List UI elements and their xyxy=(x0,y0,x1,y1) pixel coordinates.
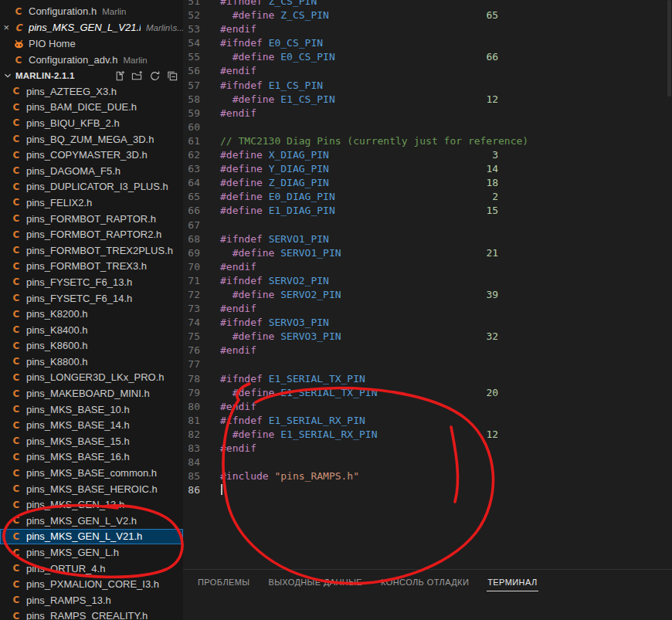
code-line[interactable]: 54#ifndef E0_CS_PIN xyxy=(183,36,528,50)
section-header-marlin[interactable]: MARLIN-2.1.1 xyxy=(0,68,183,83)
file-tree-item[interactable]: Cpins_MKS_GEN_L_V2.h xyxy=(0,513,183,529)
file-tree-item[interactable]: Cpins_MKS_BASE_14.h xyxy=(0,417,183,433)
panel-tab-output[interactable]: ВЫХОДНЫЕ ДАННЫЕ xyxy=(259,570,372,595)
file-tree-item[interactable]: Cpins_RAMPS_13.h xyxy=(0,592,183,608)
new-file-icon[interactable] xyxy=(113,69,125,82)
file-tree-item[interactable]: Cpins_DAGOMA_F5.h xyxy=(0,163,183,179)
code-line[interactable]: 51#ifndef Z_CS_PIN xyxy=(183,0,528,8)
file-tree-item[interactable]: Cpins_MKS_GEN_L.h xyxy=(0,544,183,561)
code-line[interactable]: 60 xyxy=(183,120,528,134)
code-line[interactable]: 73#endif xyxy=(183,302,528,316)
file-tree-item[interactable]: Cpins_LONGER3D_LKx_PRO.h xyxy=(0,370,183,386)
code-line[interactable]: 84 xyxy=(183,456,528,469)
open-editor-item[interactable]: ×Cpins_MKS_GEN_L_V21.hMarlin\s... xyxy=(0,19,183,36)
file-tree-item[interactable]: Cpins_MKS_BASE_15.h xyxy=(0,433,183,449)
open-editor-item[interactable]: CConfiguration.hMarlin xyxy=(0,3,183,19)
code-line[interactable]: 55 #define E0_CS_PIN 66 xyxy=(183,50,528,64)
file-tree-item[interactable]: Cpins_DUPLICATOR_I3_PLUS.h xyxy=(0,179,183,195)
file-tree-item[interactable]: Cpins_BQ_ZUM_MEGA_3D.h xyxy=(0,131,183,147)
code-line[interactable]: 78#ifndef E1_SERIAL_TX_PIN xyxy=(183,372,528,386)
file-tree-item[interactable]: Cpins_FORMBOT_RAPTOR.h xyxy=(0,211,183,227)
open-editor-item[interactable]: CConfiguration_adv.hMarlin xyxy=(0,52,183,68)
code-line[interactable]: 76#endif xyxy=(183,344,528,357)
file-name: pins_RAMPS_13.h xyxy=(26,595,111,606)
file-tree-item[interactable]: Cpins_PXMALION_CORE_I3.h xyxy=(0,576,183,592)
code-line[interactable]: 57#ifndef E1_CS_PIN xyxy=(183,79,528,93)
panel-tab-terminal[interactable]: ТЕРМИНАЛ xyxy=(478,570,546,595)
code-line[interactable]: 52 #define Z_CS_PIN 65 xyxy=(183,8,528,22)
panel-tab-problems[interactable]: ПРОБЛЕМЫ xyxy=(188,570,259,595)
c-file-icon: C xyxy=(10,245,22,256)
c-file-icon: C xyxy=(12,22,25,33)
file-tree-item[interactable]: Cpins_COPYMASTER_3D.h xyxy=(0,147,183,163)
file-tree-item[interactable]: Cpins_MKS_GEN_13.h xyxy=(0,496,183,513)
line-number: 71 xyxy=(183,274,200,288)
code-line[interactable]: 59#endif xyxy=(183,107,528,120)
open-editor-name: Configuration_adv.h xyxy=(29,54,117,66)
file-tree-item[interactable]: Cpins_FYSETC_F6_13.h xyxy=(0,274,183,290)
code-line[interactable]: 71#ifndef SERVO2_PIN xyxy=(183,274,528,288)
scrollbar-thumb[interactable] xyxy=(667,0,671,97)
collapse-all-icon[interactable] xyxy=(166,69,178,82)
file-tree-item[interactable]: Cpins_AZTEEG_X3.h xyxy=(0,83,183,100)
file-tree-item[interactable]: Cpins_BAM_DICE_DUE.h xyxy=(0,100,183,116)
code-line[interactable]: 86 xyxy=(183,483,528,497)
c-file-icon: C xyxy=(10,150,22,161)
file-tree-item[interactable]: Cpins_ORTUR_4.h xyxy=(0,561,183,577)
file-tree-item[interactable]: Cpins_BIQU_KFB_2.h xyxy=(0,115,183,131)
code-line[interactable]: 62#define X_DIAG_PIN 3 xyxy=(183,148,528,162)
code-editor[interactable]: 51#ifndef Z_CS_PIN52 #define Z_CS_PIN 65… xyxy=(183,0,672,569)
file-tree-item[interactable]: Cpins_FORMBOT_TREX2PLUS.h xyxy=(0,242,183,259)
code-line[interactable]: 80#endif xyxy=(183,400,528,414)
file-tree-item[interactable]: Cpins_RAMPS_CREALITY.h xyxy=(0,608,183,620)
code-line[interactable]: 69 #define SERVO1_PIN 21 xyxy=(183,246,528,260)
code-line[interactable]: 81#ifndef E1_SERIAL_RX_PIN xyxy=(183,414,528,428)
code-line[interactable]: 56#endif xyxy=(183,64,528,78)
code-line[interactable]: 63#define Y_DIAG_PIN 14 xyxy=(183,162,528,176)
open-editor-item[interactable]: PIO Home xyxy=(0,36,183,52)
code-line[interactable]: 66#define E1_DIAG_PIN 15 xyxy=(183,204,528,218)
code-line[interactable]: 74#ifndef SERVO3_PIN xyxy=(183,316,528,330)
code-line[interactable]: 77 xyxy=(183,357,528,371)
code-line[interactable]: 65#define E0_DIAG_PIN 2 xyxy=(183,190,528,204)
file-name: pins_FORMBOT_TREX2PLUS.h xyxy=(26,245,173,256)
file-tree-item[interactable]: Cpins_MKS_GEN_L_V21.h xyxy=(0,529,183,545)
new-folder-icon[interactable] xyxy=(131,69,143,82)
file-tree-item[interactable]: Cpins_FELIX2.h xyxy=(0,195,183,211)
panel-tab-debug-console[interactable]: КОНСОЛЬ ОТЛАДКИ xyxy=(372,570,478,595)
code-line[interactable]: 83#endif xyxy=(183,442,528,456)
terminal-content[interactable] xyxy=(183,595,672,620)
code-line[interactable]: 58 #define E1_CS_PIN 12 xyxy=(183,93,528,107)
file-tree-item[interactable]: Cpins_K8400.h xyxy=(0,322,183,338)
code-line[interactable]: 70#endif xyxy=(183,260,528,274)
close-icon[interactable]: × xyxy=(0,22,12,32)
line-text: #endif xyxy=(200,302,256,316)
code-line[interactable]: 53#endif xyxy=(183,22,528,36)
file-tree-item[interactable]: Cpins_MKS_BASE_16.h xyxy=(0,449,183,466)
code-line[interactable]: 68#ifndef SERVO1_PIN xyxy=(183,232,528,246)
file-tree-item[interactable]: Cpins_K8600.h xyxy=(0,338,183,354)
line-text: #endif xyxy=(200,260,256,274)
code-line[interactable]: 67 xyxy=(183,219,528,232)
refresh-icon[interactable] xyxy=(148,69,161,82)
file-tree-item[interactable]: Cpins_MKS_BASE_HEROIC.h xyxy=(0,481,183,497)
file-tree-item[interactable]: Cpins_FORMBOT_RAPTOR2.h xyxy=(0,226,183,242)
line-text: #ifndef E1_CS_PIN xyxy=(200,79,323,93)
file-tree-item[interactable]: Cpins_MKS_BASE_common.h xyxy=(0,465,183,481)
code-line[interactable]: 75 #define SERVO3_PIN 32 xyxy=(183,330,528,344)
file-tree-item[interactable]: Cpins_MKS_BASE_10.h xyxy=(0,401,183,418)
code-line[interactable]: 82 #define E1_SERIAL_RX_PIN 12 xyxy=(183,428,528,442)
line-text: #define SERVO3_PIN 32 xyxy=(200,330,498,344)
c-file-icon: C xyxy=(10,435,22,446)
file-tree-item[interactable]: Cpins_FORMBOT_TREX3.h xyxy=(0,259,183,275)
file-tree-item[interactable]: Cpins_MAKEBOARD_MINI.h xyxy=(0,385,183,401)
file-tree-item[interactable]: Cpins_K8200.h xyxy=(0,306,183,322)
file-tree-item[interactable]: Cpins_FYSETC_F6_14.h xyxy=(0,290,183,307)
code-line[interactable]: 61// TMC2130 Diag Pins (currently just f… xyxy=(183,134,528,148)
code-line[interactable]: 64#define Z_DIAG_PIN 18 xyxy=(183,176,528,190)
line-text: #define E0_CS_PIN 66 xyxy=(200,50,498,64)
code-line[interactable]: 85#include "pins_RAMPS.h" xyxy=(183,469,528,483)
file-tree-item[interactable]: Cpins_K8800.h xyxy=(0,354,183,370)
code-line[interactable]: 72 #define SERVO2_PIN 39 xyxy=(183,288,528,302)
code-line[interactable]: 79 #define E1_SERIAL_TX_PIN 20 xyxy=(183,386,528,400)
